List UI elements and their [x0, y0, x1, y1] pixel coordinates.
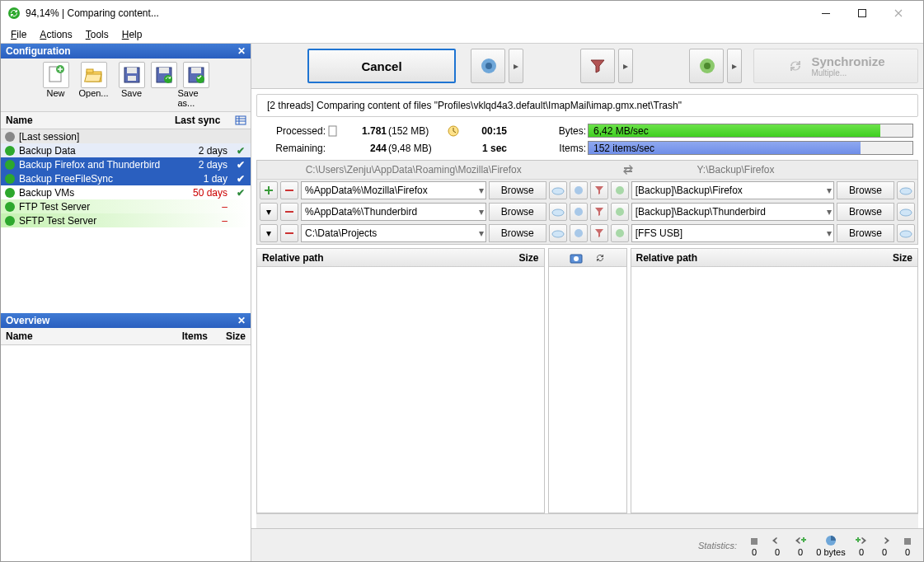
pair-dropdown-button[interactable]: ▾ — [260, 203, 278, 221]
overview-title: Overview — [6, 315, 49, 326]
right-path-input[interactable]: [Backup]\Backup\Thunderbird▾ — [631, 203, 834, 221]
synchronize-button[interactable]: SynchronizeMultiple... — [753, 49, 918, 83]
config-row[interactable]: Backup FreeFileSync1 day✔ — [1, 171, 251, 185]
ov-col-name[interactable]: Name — [1, 328, 167, 344]
col-relative-path[interactable]: Relative path — [631, 252, 870, 264]
configuration-header: Configuration ✕ — [1, 44, 251, 59]
browse-right-button[interactable]: Browse — [837, 224, 894, 242]
right-path-input[interactable]: [FFS USB]▾ — [631, 224, 834, 242]
left-path-input[interactable]: %AppData%\Mozilla\Firefox▾ — [301, 181, 486, 199]
pair-filter-button[interactable] — [590, 224, 608, 242]
left-path-input[interactable]: %AppData%\Thunderbird▾ — [301, 203, 486, 221]
close-button[interactable] — [880, 2, 917, 25]
cloud-left-button[interactable] — [549, 181, 567, 199]
col-extra-icon[interactable] — [231, 112, 251, 129]
maximize-button[interactable] — [844, 2, 880, 25]
menu-actions[interactable]: Actions — [33, 27, 78, 42]
browse-right-button[interactable]: Browse — [837, 203, 894, 221]
cloud-right-button[interactable] — [897, 181, 915, 199]
cloud-right-button[interactable] — [897, 203, 915, 221]
col-last-sync[interactable]: Last sync — [173, 112, 231, 129]
cloud-left-button[interactable] — [549, 224, 567, 242]
overview-header: Overview ✕ — [1, 313, 251, 328]
middle-file-list[interactable] — [549, 267, 626, 513]
remove-pair-button[interactable] — [280, 224, 298, 242]
new-button[interactable]: New — [38, 62, 74, 108]
pair-filter-button[interactable] — [590, 181, 608, 199]
browse-left-button[interactable]: Browse — [489, 203, 546, 221]
horizontal-scrollbar[interactable] — [256, 513, 918, 528]
ov-col-size[interactable]: Size — [213, 328, 251, 344]
add-pair-button[interactable] — [260, 181, 278, 199]
overview-close-icon[interactable]: ✕ — [237, 315, 246, 326]
config-row[interactable]: Backup VMs50 days✔ — [1, 185, 251, 199]
svg-point-38 — [900, 209, 912, 216]
stat-create-right-icon — [856, 534, 867, 547]
sync-icon — [2, 201, 17, 213]
col-name[interactable]: Name — [1, 112, 173, 129]
config-row[interactable]: [Last session] — [1, 129, 251, 143]
pair-compare-settings[interactable] — [570, 203, 588, 221]
remaining-count: 244 — [345, 143, 387, 154]
filter-button[interactable] — [580, 49, 615, 83]
bytes-rate-bar: 6,42 MB/sec — [588, 124, 913, 138]
main-toolbar: Cancel ▸ ▸ ▸ SynchronizeMultiple... — [251, 44, 923, 89]
pair-filter-button[interactable] — [590, 203, 608, 221]
config-row[interactable]: Backup Firefox and Thunderbird2 days✔ — [1, 157, 251, 171]
menu-file[interactable]: File — [4, 27, 33, 42]
svg-point-40 — [575, 229, 583, 237]
progress-row-2: Remaining: 244 (9,48 MB) 1 sec Items: 15… — [251, 139, 923, 157]
refresh-icon[interactable] — [594, 252, 606, 264]
svg-point-34 — [900, 188, 912, 194]
pair-dropdown-button[interactable]: ▾ — [260, 224, 278, 242]
svg-point-28 — [704, 63, 711, 69]
config-row[interactable]: SFTP Test Server– — [1, 213, 251, 227]
items-rate-bar: 152 items/sec — [588, 141, 913, 155]
save-button[interactable]: Save — [114, 62, 150, 108]
save-as-button[interactable]: Save as... — [178, 62, 214, 108]
configuration-close-icon[interactable]: ✕ — [237, 45, 246, 57]
config-list[interactable]: [Last session] Backup Data2 days✔ Backup… — [1, 129, 251, 313]
filter-dropdown[interactable]: ▸ — [618, 49, 633, 83]
pair-compare-settings[interactable] — [570, 181, 588, 199]
browse-left-button[interactable]: Browse — [489, 181, 546, 199]
remove-pair-button[interactable] — [280, 181, 298, 199]
remove-pair-button[interactable] — [280, 203, 298, 221]
minimize-button[interactable] — [808, 2, 844, 25]
statistics-label: Statistics: — [698, 541, 737, 550]
col-size[interactable]: Size — [870, 252, 917, 264]
stat-create-left-icon — [795, 534, 806, 547]
right-path-input[interactable]: [Backup]\Backup\Firefox▾ — [631, 181, 834, 199]
right-file-list[interactable] — [631, 267, 918, 513]
ov-col-items[interactable]: Items — [167, 328, 213, 344]
pair-sync-settings[interactable] — [611, 203, 629, 221]
browse-right-button[interactable]: Browse — [837, 181, 894, 199]
pair-sync-settings[interactable] — [611, 224, 629, 242]
swap-icon[interactable] — [612, 163, 645, 176]
col-relative-path[interactable]: Relative path — [257, 252, 496, 264]
pair-sync-settings[interactable] — [611, 181, 629, 199]
sync-icon — [2, 187, 17, 199]
save-as-batch-button[interactable] — [152, 62, 176, 108]
pair-compare-settings[interactable] — [570, 224, 588, 242]
sync-settings-dropdown[interactable]: ▸ — [727, 49, 742, 83]
browse-left-button[interactable]: Browse — [489, 224, 546, 242]
compare-settings-dropdown[interactable]: ▸ — [509, 49, 523, 83]
compare-settings-button[interactable] — [471, 49, 505, 83]
sync-icon — [2, 173, 17, 185]
sync-settings-button[interactable] — [689, 49, 724, 83]
config-row[interactable]: FTP Test Server– — [1, 199, 251, 213]
camera-icon[interactable] — [570, 252, 583, 264]
menu-help[interactable]: Help — [115, 27, 149, 42]
menu-tools[interactable]: Tools — [79, 27, 115, 42]
config-row[interactable]: Backup Data2 days✔ — [1, 143, 251, 157]
status-message: [2 threads] Comparing content of files "… — [256, 94, 918, 117]
col-size[interactable]: Size — [496, 252, 544, 264]
cancel-button[interactable]: Cancel — [307, 49, 456, 83]
open-button[interactable]: Open... — [76, 62, 112, 108]
svg-point-13 — [164, 75, 172, 83]
cloud-right-button[interactable] — [897, 224, 915, 242]
left-file-list[interactable] — [257, 267, 544, 513]
cloud-left-button[interactable] — [549, 203, 567, 221]
left-path-input[interactable]: C:\Data\Projects▾ — [301, 224, 486, 242]
